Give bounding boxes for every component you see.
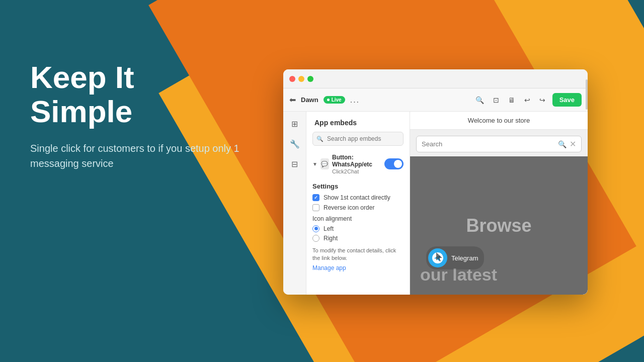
- radio-group-label: Icon alignment: [312, 215, 404, 222]
- telegram-bubble[interactable]: Telegram: [426, 246, 484, 269]
- desktop-icon[interactable]: 🖥: [506, 94, 517, 106]
- left-content-area: Keep It Simple Single click for customer…: [30, 60, 242, 171]
- embed-subname: Click2Chat: [332, 168, 381, 174]
- sidebar-icon-grid[interactable]: ⊞: [289, 118, 301, 130]
- select-icon[interactable]: ⊡: [491, 94, 501, 106]
- info-text: To modify the contact details, click the…: [312, 247, 404, 262]
- undo-icon[interactable]: ↩: [522, 94, 532, 106]
- embed-item-row: ▼ 💬 Button: WhatsApp/etc Click2Chat: [306, 151, 410, 177]
- radio-left-row: Left: [312, 225, 404, 232]
- manage-app-link[interactable]: Manage app: [312, 264, 346, 272]
- fullscreen-button[interactable]: [307, 76, 313, 82]
- search-embeds-container: 🔍: [312, 132, 404, 146]
- settings-section: Settings Show 1st contact directly Rever…: [306, 177, 410, 277]
- browser-toolbar: ⬅ Dawn Live ... 🔍 ⊡ 🖥 ↩ ↪ Save: [283, 88, 588, 112]
- settings-title: Settings: [312, 183, 404, 190]
- preview-header: Welcome to our store: [410, 112, 588, 130]
- search-toolbar-icon[interactable]: 🔍: [473, 94, 486, 106]
- toggle-knob: [394, 160, 402, 168]
- checkbox-row-1: Show 1st contact directly: [312, 194, 404, 201]
- radio-left[interactable]: [312, 225, 319, 232]
- checkbox-1[interactable]: [312, 194, 319, 201]
- preview-search-bar: 🔍 ✕: [416, 136, 582, 152]
- radio-group-alignment: Icon alignment Left Right: [312, 215, 404, 242]
- checkbox-1-label: Show 1st contact directly: [324, 194, 390, 201]
- back-icon[interactable]: ⬅: [289, 95, 296, 105]
- search-embeds-icon: 🔍: [316, 136, 324, 142]
- radio-right[interactable]: [312, 235, 319, 242]
- right-preview: Welcome to our store 🔍 ✕ Browse our late…: [410, 112, 588, 295]
- checkbox-row-2: Reverse icon order: [312, 204, 404, 211]
- telegram-label: Telegram: [451, 254, 478, 262]
- checkbox-2[interactable]: [312, 204, 319, 211]
- site-name: Dawn: [301, 96, 318, 104]
- radio-right-row: Right: [312, 235, 404, 242]
- telegram-icon: [428, 248, 447, 267]
- live-dot: [327, 99, 330, 101]
- preview-search-icon: 🔍: [558, 140, 567, 148]
- preview-close-icon[interactable]: ✕: [570, 139, 576, 149]
- browser-body: ⊞ 🔧 ⊟ App embeds 🔍 ▼ 💬 Button: WhatsApp/…: [283, 112, 588, 295]
- more-options-icon[interactable]: ...: [350, 96, 360, 105]
- browser-titlebar: [283, 69, 588, 88]
- radio-right-label: Right: [324, 235, 338, 242]
- left-panel: App embeds 🔍 ▼ 💬 Button: WhatsApp/etc Cl…: [306, 112, 410, 295]
- embed-info: Button: WhatsApp/etc Click2Chat: [332, 154, 381, 174]
- close-button[interactable]: [289, 76, 295, 82]
- subtext: Single click for customers to if you set…: [30, 141, 242, 171]
- sidebar-icon-layout[interactable]: ⊟: [289, 158, 301, 170]
- live-badge: Live: [324, 96, 345, 104]
- embed-toggle[interactable]: [384, 158, 404, 169]
- checkbox-2-label: Reverse icon order: [324, 204, 374, 211]
- browser-window: ⬅ Dawn Live ... 🔍 ⊡ 🖥 ↩ ↪ Save ⊞ 🔧 ⊟ App…: [283, 69, 588, 295]
- headline: Keep It Simple: [30, 60, 242, 129]
- traffic-lights: [289, 76, 313, 82]
- save-button[interactable]: Save: [552, 93, 582, 107]
- search-embeds-input[interactable]: [312, 132, 404, 146]
- preview-image-area: Browse our latest Telegram: [410, 156, 588, 295]
- sidebar-icon-tools[interactable]: 🔧: [289, 138, 301, 150]
- redo-icon[interactable]: ↪: [537, 94, 547, 106]
- radio-left-label: Left: [324, 225, 334, 232]
- minimize-button[interactable]: [298, 76, 304, 82]
- embed-item-icon: 💬: [320, 158, 329, 169]
- embed-arrow-icon[interactable]: ▼: [312, 161, 317, 167]
- sidebar-icons: ⊞ 🔧 ⊟: [283, 112, 306, 295]
- embed-name: Button: WhatsApp/etc: [332, 154, 381, 168]
- preview-search-input[interactable]: [422, 140, 558, 148]
- panel-header: App embeds: [306, 112, 410, 132]
- preview-browse-text: Browse: [466, 215, 531, 236]
